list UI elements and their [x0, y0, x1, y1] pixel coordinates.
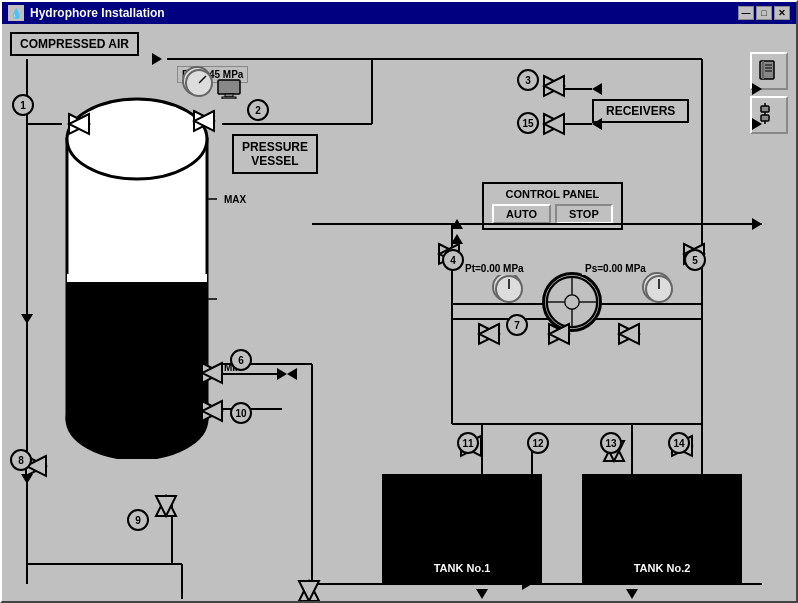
component-4: 4 [442, 249, 464, 271]
svg-rect-101 [761, 106, 769, 112]
valve-7b-symbol [547, 322, 571, 346]
auto-button[interactable]: AUTO [492, 204, 551, 224]
valve-9-symbol [154, 494, 178, 518]
valve-15-symbol [542, 112, 566, 136]
ps-label: Ps=0.00 MPa [582, 262, 649, 275]
icon-box-1[interactable] [750, 52, 788, 90]
component-11: 11 [457, 432, 479, 454]
svg-marker-38 [451, 219, 463, 229]
component-13: 13 [600, 432, 622, 454]
tank1-label: TANK No.1 [384, 562, 540, 574]
tank1: TANK No.1 [382, 474, 542, 584]
gauge-ph [182, 66, 212, 96]
svg-marker-106 [152, 53, 162, 65]
window-title: Hydrophore Installation [30, 6, 165, 20]
gauge-pt [492, 272, 522, 302]
titlebar-left: 💧 Hydrophore Installation [8, 5, 165, 21]
pressure-vessel-label: PRESSUREVESSEL [232, 134, 318, 174]
svg-marker-109 [277, 368, 287, 380]
svg-marker-116 [626, 589, 638, 599]
svg-point-46 [67, 379, 207, 459]
gauge-ps [642, 272, 672, 302]
component-12: 12 [527, 432, 549, 454]
control-panel-box: CONTROL PANEL AUTO STOP [482, 182, 623, 230]
component-8: 8 [10, 449, 32, 471]
maximize-button[interactable]: □ [756, 6, 772, 20]
svg-marker-19 [592, 83, 602, 95]
component-15: 15 [517, 112, 539, 134]
svg-marker-107 [21, 314, 33, 324]
svg-marker-112 [752, 218, 762, 230]
svg-rect-102 [761, 115, 769, 121]
valve-1-symbol [64, 109, 94, 139]
component-2: 2 [247, 99, 269, 121]
tank2-label: TANK No.2 [584, 562, 740, 574]
valve-6-symbol [200, 361, 224, 385]
pressure-vessel-text: PRESSUREVESSEL [242, 140, 308, 168]
component-3: 3 [517, 69, 539, 91]
max-label: MAX [224, 194, 246, 205]
settings-icon [757, 103, 781, 127]
titlebar: 💧 Hydrophore Installation — □ ✕ [2, 2, 796, 24]
control-panel-title: CONTROL PANEL [492, 188, 613, 200]
diagram-area: COMPRESSED AIR Ph=0.45 MPa PRESSUREVESSE… [2, 24, 796, 601]
svg-rect-97 [762, 61, 764, 79]
book-icon [757, 59, 781, 83]
compressed-air-label: COMPRESSED AIR [10, 32, 139, 56]
svg-rect-47 [67, 274, 207, 282]
main-window: 💧 Hydrophore Installation — □ ✕ [0, 0, 798, 603]
minimize-button[interactable]: — [738, 6, 754, 20]
pt-label: Pt=0.00 MPa [462, 262, 527, 275]
stop-button[interactable]: STOP [555, 204, 613, 224]
valve-12-symbol [297, 579, 321, 601]
valve-7c-symbol [617, 322, 641, 346]
monitor-icon [217, 79, 241, 99]
control-buttons: AUTO STOP [492, 204, 613, 224]
svg-marker-115 [476, 589, 488, 599]
receivers-label: RECEIVERS [592, 99, 689, 123]
tank2: TANK No.2 [582, 474, 742, 584]
app-icon: 💧 [8, 5, 24, 21]
component-5: 5 [684, 249, 706, 271]
titlebar-controls[interactable]: — □ ✕ [738, 6, 790, 20]
component-9: 9 [127, 509, 149, 531]
valve-3a-symbol [542, 74, 566, 98]
component-1: 1 [12, 94, 34, 116]
component-7: 7 [506, 314, 528, 336]
svg-rect-39 [218, 80, 240, 94]
component-14: 14 [668, 432, 690, 454]
icon-box-2[interactable] [750, 96, 788, 134]
close-button[interactable]: ✕ [774, 6, 790, 20]
valve-7a-symbol [477, 322, 501, 346]
svg-rect-41 [222, 97, 236, 99]
valve-10-symbol [200, 399, 224, 423]
valve-2-symbol [192, 109, 216, 133]
svg-marker-13 [287, 368, 297, 380]
component-10: 10 [230, 402, 252, 424]
component-6: 6 [230, 349, 252, 371]
